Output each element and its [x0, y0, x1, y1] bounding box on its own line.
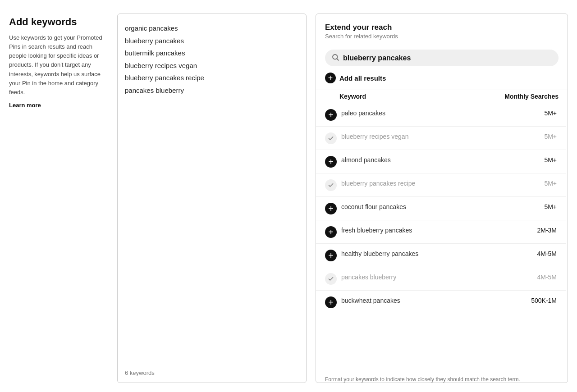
add-icon[interactable]: + — [325, 296, 337, 308]
result-keyword-text: fresh blueberry pancakes — [341, 226, 521, 235]
results-table-header: Keyword Monthly Searches — [316, 90, 568, 103]
result-row: +almond pancakes5M+ — [316, 150, 566, 173]
result-keyword-text: coconut flour pancakes — [341, 202, 521, 211]
result-searches-value: 2M-3M — [525, 226, 557, 234]
result-row: pancakes blueberry4M-5M — [316, 267, 566, 290]
selected-keyword-item: blueberry pancakes — [125, 35, 299, 47]
add-all-icon: + — [325, 73, 336, 83]
result-searches-value: 4M-5M — [525, 273, 557, 281]
result-keyword-text: blueberry pancakes recipe — [341, 179, 521, 188]
added-icon[interactable] — [325, 179, 337, 191]
result-keyword-text: buckwheat pancakes — [341, 296, 521, 305]
result-searches-value: 5M+ — [525, 109, 557, 117]
result-row: +healthy blueberry pancakes4M-5M — [316, 243, 566, 267]
result-searches-value: 5M+ — [525, 202, 557, 210]
right-panel-header: Extend your reach Search for related key… — [316, 23, 568, 45]
description-text: Use keywords to get your Promoted Pins i… — [9, 33, 108, 97]
result-keyword-text: almond pancakes — [341, 155, 521, 164]
result-row: blueberry pancakes recipe5M+ — [316, 173, 566, 196]
result-row: +coconut flour pancakes5M+ — [316, 196, 566, 220]
learn-more-link[interactable]: Learn more — [9, 102, 41, 109]
extend-reach-subtitle: Search for related keywords — [325, 33, 559, 40]
result-keyword-text: paleo pancakes — [341, 109, 521, 118]
add-icon[interactable]: + — [325, 226, 337, 238]
result-keyword-text: blueberry recipes vegan — [341, 132, 521, 141]
page-wrapper: Add keywords Use keywords to get your Pr… — [0, 0, 577, 392]
result-searches-value: 500K-1M — [525, 296, 557, 304]
result-searches-value: 5M+ — [525, 132, 557, 140]
result-searches-value: 4M-5M — [525, 249, 557, 257]
search-box-wrapper[interactable] — [325, 50, 559, 66]
results-list[interactable]: +paleo pancakes5M+blueberry recipes vega… — [316, 103, 568, 371]
added-icon[interactable] — [325, 273, 337, 285]
result-row: blueberry recipes vegan5M+ — [316, 126, 566, 150]
add-icon[interactable]: + — [325, 156, 337, 168]
selected-keywords-list: organic pancakesblueberry pancakesbutter… — [125, 22, 299, 96]
keyword-count: 6 keywords — [125, 365, 299, 376]
page-title: Add keywords — [9, 16, 108, 28]
result-row: +fresh blueberry pancakes2M-3M — [316, 220, 566, 243]
middle-panel: organic pancakesblueberry pancakesbutter… — [117, 14, 307, 383]
col-keyword-header: Keyword — [339, 93, 366, 100]
search-icon — [331, 53, 339, 63]
extend-reach-title: Extend your reach — [325, 23, 559, 32]
result-keyword-text: pancakes blueberry — [341, 273, 521, 282]
svg-line-1 — [337, 59, 338, 60]
selected-keyword-item: blueberry recipes vegan — [125, 59, 299, 72]
bottom-hint: Format your keywords to indicate how clo… — [316, 371, 568, 383]
result-searches-value: 5M+ — [525, 155, 557, 164]
add-all-label: Add all results — [339, 74, 386, 82]
result-row: +paleo pancakes5M+ — [316, 103, 566, 126]
added-icon[interactable] — [325, 132, 337, 144]
selected-keyword-item: buttermilk pancakes — [125, 47, 299, 59]
selected-keyword-item: organic pancakes — [125, 22, 299, 35]
left-panel: Add keywords Use keywords to get your Pr… — [9, 14, 108, 109]
add-icon[interactable]: + — [325, 203, 337, 214]
result-searches-value: 5M+ — [525, 179, 557, 187]
right-panel: Extend your reach Search for related key… — [316, 14, 568, 383]
col-searches-header: Monthly Searches — [504, 93, 559, 100]
add-icon[interactable]: + — [325, 109, 337, 121]
add-all-button[interactable]: + Add all results — [325, 73, 559, 83]
selected-keyword-item: pancakes blueberry — [125, 84, 299, 97]
keyword-search-input[interactable] — [343, 54, 552, 62]
selected-keyword-item: blueberry pancakes recipe — [125, 72, 299, 84]
result-keyword-text: healthy blueberry pancakes — [341, 249, 521, 258]
add-icon[interactable]: + — [325, 250, 337, 261]
result-row: +buckwheat pancakes500K-1M — [316, 290, 566, 314]
